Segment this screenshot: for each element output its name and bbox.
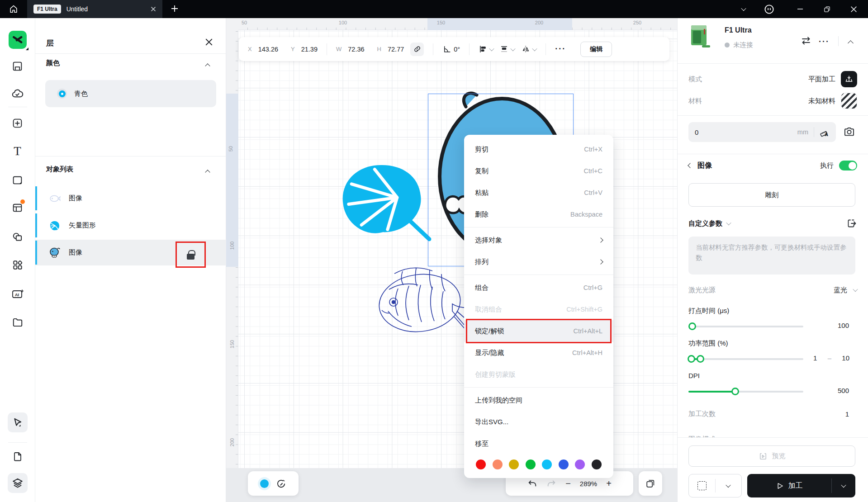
slider-thumb[interactable] <box>731 388 739 395</box>
menu-item-group[interactable]: 组合Ctrl+G <box>464 277 613 298</box>
preview-button[interactable]: 预览 <box>688 445 855 467</box>
menu-item-arrange[interactable]: 排列 <box>464 251 613 273</box>
menu-item-show-hide[interactable]: 显示/隐藏Ctrl+Alt+H <box>464 342 613 364</box>
lock-ratio-button[interactable] <box>410 43 424 56</box>
color-swatch-green[interactable] <box>526 459 536 469</box>
lock-icon[interactable] <box>187 254 194 260</box>
back-chevron-icon[interactable] <box>688 163 693 168</box>
zoom-in-button[interactable]: + <box>606 479 612 488</box>
app-menu-button[interactable] <box>8 30 28 50</box>
mode-select-button[interactable] <box>841 71 857 87</box>
layers-panel-close-button[interactable] <box>205 38 213 48</box>
menu-item-move-to[interactable]: 移至 <box>464 433 613 455</box>
auto-process-icon[interactable] <box>276 478 286 489</box>
template-button[interactable] <box>8 198 28 218</box>
export-params-icon[interactable] <box>846 218 857 229</box>
select-tool-button[interactable] <box>8 412 28 432</box>
laser-source-select[interactable]: 蓝光 <box>834 286 857 294</box>
color-swatch-blue[interactable] <box>559 459 569 469</box>
canvas-area[interactable]: 50 100 150 200 250 50 100 150 200 <box>226 18 677 502</box>
ai-tools-button[interactable]: AI <box>8 284 28 304</box>
framing-options-button[interactable] <box>716 484 742 488</box>
menu-item-select-object[interactable]: 选择对象 <box>464 229 613 251</box>
angle-value[interactable]: 0° <box>454 46 460 53</box>
home-button[interactable] <box>7 3 20 15</box>
new-tab-button[interactable] <box>170 4 179 15</box>
apps-button[interactable] <box>8 255 28 275</box>
distribute-dropdown[interactable] <box>500 45 515 53</box>
duplicate-pill[interactable] <box>639 471 662 496</box>
dpi-slider[interactable] <box>688 391 803 393</box>
text-tool-button[interactable]: T <box>8 141 28 161</box>
thickness-input[interactable]: 0 mm A <box>688 122 836 142</box>
color-swatch-red[interactable] <box>476 459 486 469</box>
slider-thumb-min[interactable] <box>688 355 695 363</box>
process-button[interactable]: 加工 <box>747 474 855 497</box>
align-dropdown[interactable] <box>479 45 493 53</box>
rotation-control[interactable]: 0° <box>442 45 460 53</box>
zoom-out-button[interactable]: − <box>565 479 571 488</box>
color-item-cyan[interactable]: 青色 <box>45 80 216 107</box>
camera-button[interactable] <box>843 126 855 140</box>
process-options-button[interactable] <box>832 484 855 488</box>
power-min-value[interactable]: 1 <box>813 354 817 362</box>
minimize-button[interactable] <box>795 4 806 14</box>
object-row-image-1[interactable]: 图像 <box>35 185 226 211</box>
document-tab[interactable]: F1 Ultra Untitled <box>27 0 162 18</box>
layers-panel-button[interactable] <box>8 473 28 493</box>
restore-button[interactable] <box>821 4 832 14</box>
x-value[interactable]: 143.26 <box>258 46 278 53</box>
width-value[interactable]: 72.36 <box>348 46 364 53</box>
color-swatch-cyan[interactable] <box>542 459 552 469</box>
switch-device-button[interactable] <box>801 36 811 47</box>
shape-tool-button[interactable] <box>8 170 28 190</box>
color-swatch-purple[interactable] <box>575 459 585 469</box>
image-mode-row[interactable]: 图像模式 <box>688 429 855 437</box>
color-swatch-black[interactable] <box>592 459 602 469</box>
menu-item-cut[interactable]: 剪切Ctrl+X <box>464 138 613 160</box>
zoom-level[interactable]: 289% <box>580 480 597 488</box>
more-options-button[interactable]: ··· <box>555 44 566 54</box>
edit-button[interactable]: 编辑 <box>580 42 612 57</box>
objects-collapse-button[interactable] <box>206 168 209 176</box>
color-swatch-gold[interactable] <box>509 459 519 469</box>
insert-button[interactable] <box>8 113 28 133</box>
menu-item-delete[interactable]: 删除Backspace <box>464 204 613 225</box>
menu-item-paste[interactable]: 粘贴Ctrl+V <box>464 182 613 204</box>
active-color-indicator[interactable] <box>260 479 269 488</box>
material-select-button[interactable] <box>841 93 857 109</box>
power-max-value[interactable]: 10 <box>842 354 849 362</box>
passes-value[interactable]: 1 <box>845 410 849 418</box>
menu-item-copy[interactable]: 复制Ctrl+C <box>464 160 613 182</box>
menu-item-lock-unlock[interactable]: 锁定/解锁Ctrl+Alt+L <box>464 320 613 342</box>
chevron-down-icon[interactable] <box>726 220 731 225</box>
document-panel-button[interactable] <box>8 447 28 467</box>
power-range-slider[interactable] <box>688 358 803 360</box>
framing-button[interactable] <box>688 474 742 497</box>
measure-icon[interactable]: A <box>820 127 830 137</box>
dot-time-slider[interactable] <box>688 326 803 327</box>
projects-button[interactable] <box>8 313 28 332</box>
menu-item-upload-space[interactable]: 上传到我的空间 <box>464 389 613 411</box>
undo-icon[interactable] <box>527 478 537 488</box>
save-button[interactable] <box>8 56 28 76</box>
account-button[interactable] <box>764 4 774 14</box>
engrave-type-button[interactable]: 雕刻 <box>688 183 855 207</box>
flip-dropdown[interactable] <box>521 45 536 53</box>
dot-time-value[interactable]: 100 <box>838 322 849 329</box>
colors-collapse-button[interactable] <box>206 62 209 70</box>
shapes-library-button[interactable] <box>8 227 28 247</box>
slider-thumb-max[interactable] <box>697 355 704 363</box>
slider-thumb[interactable] <box>688 322 696 330</box>
collapse-panel-button[interactable] <box>849 39 853 47</box>
y-value[interactable]: 21.39 <box>301 46 318 53</box>
close-button[interactable] <box>848 4 859 14</box>
tab-close-icon[interactable] <box>151 6 156 12</box>
menu-item-export-svg[interactable]: 导出SVG... <box>464 411 613 433</box>
cloud-sync-button[interactable] <box>8 84 28 104</box>
color-swatch-salmon[interactable] <box>493 459 503 469</box>
device-more-button[interactable]: ··· <box>819 37 830 47</box>
titlebar-dropdown-button[interactable] <box>738 4 749 14</box>
height-value[interactable]: 72.77 <box>388 46 404 53</box>
dpi-value[interactable]: 500 <box>838 387 849 394</box>
